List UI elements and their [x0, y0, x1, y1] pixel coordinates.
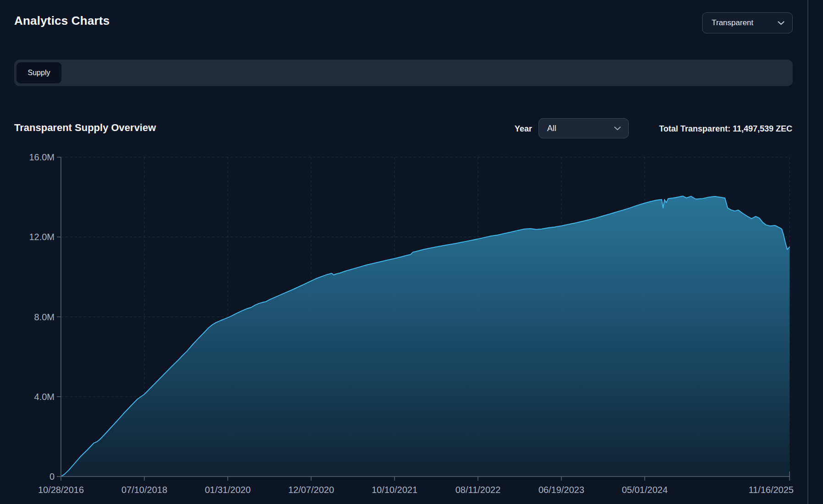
scrollbar[interactable]	[807, 0, 808, 504]
svg-text:07/10/2018: 07/10/2018	[121, 485, 167, 495]
x-tick-labels: 10/28/201607/10/201801/31/202012/07/2020…	[38, 485, 794, 495]
svg-text:10/28/2016: 10/28/2016	[38, 485, 84, 495]
svg-text:10/10/2021: 10/10/2021	[372, 485, 417, 495]
svg-text:06/19/2023: 06/19/2023	[538, 485, 584, 495]
svg-text:05/01/2024: 05/01/2024	[622, 485, 668, 495]
supply-area-chart[interactable]: 16.0M12.0M8.0M4.0M010/28/201607/10/20180…	[0, 0, 823, 504]
svg-text:12/07/2020: 12/07/2020	[288, 485, 334, 495]
svg-text:8.0M: 8.0M	[34, 312, 55, 322]
svg-text:16.0M: 16.0M	[29, 152, 55, 162]
area-fill	[61, 196, 790, 477]
svg-text:08/11/2022: 08/11/2022	[455, 485, 501, 495]
y-tick-labels: 16.0M12.0M8.0M4.0M0	[29, 152, 55, 482]
svg-text:11/16/2025: 11/16/2025	[748, 485, 794, 495]
svg-text:01/31/2020: 01/31/2020	[205, 485, 251, 495]
svg-text:4.0M: 4.0M	[34, 392, 55, 402]
svg-text:0: 0	[49, 471, 55, 482]
svg-text:12.0M: 12.0M	[29, 232, 55, 242]
